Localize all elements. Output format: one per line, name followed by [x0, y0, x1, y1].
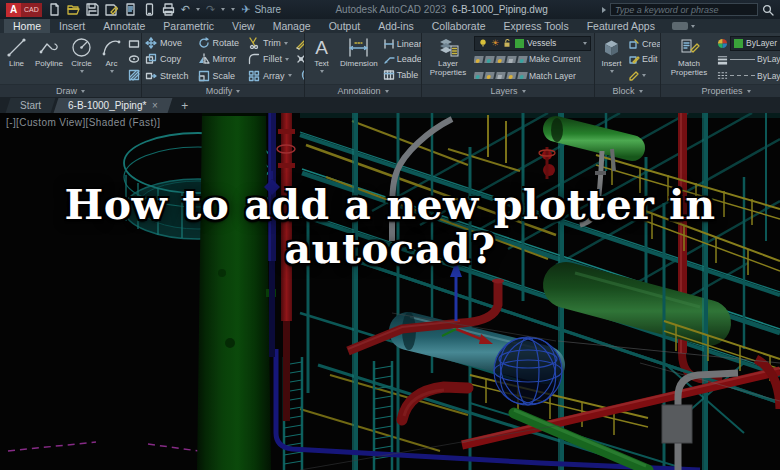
text-button[interactable]: A Text	[308, 35, 335, 84]
ellipse-button[interactable]	[128, 52, 141, 67]
move-button[interactable]: Move	[145, 36, 189, 51]
circle-button[interactable]: Circle	[68, 35, 95, 84]
ribbon-display-toggle[interactable]	[664, 19, 703, 33]
layer-properties-button[interactable]: Layer Properties	[425, 35, 471, 84]
panel-title-annotation[interactable]: Annotation	[305, 84, 421, 97]
layer-unisolate-icon[interactable]	[474, 72, 484, 79]
copy-button[interactable]: Copy	[145, 52, 189, 67]
tab-view[interactable]: View	[223, 19, 264, 33]
match-layer-button[interactable]: Match Layer	[529, 71, 576, 81]
tab-output[interactable]: Output	[320, 19, 370, 33]
undo-button[interactable]: ↶	[181, 4, 190, 15]
panel-title-properties[interactable]: Properties	[661, 84, 780, 97]
explode-button[interactable]	[295, 52, 304, 67]
new-file-button[interactable]	[48, 3, 61, 16]
create-block-button[interactable]: Create	[628, 36, 660, 51]
file-tab-drawing[interactable]: 6-B-1000_Piping* ×	[54, 98, 173, 113]
line-button[interactable]: Line	[3, 35, 30, 84]
panel-title-layers[interactable]: Layers	[422, 84, 594, 97]
layer-lock-icon[interactable]	[506, 56, 516, 63]
chevron-down-icon	[110, 70, 114, 73]
offset-button[interactable]	[295, 68, 304, 83]
tab-home[interactable]: Home	[4, 19, 50, 33]
dimension-button[interactable]: Dimension	[338, 35, 380, 84]
svg-text:A: A	[315, 37, 328, 58]
layer-off-icon[interactable]	[474, 56, 484, 63]
match-layer-icon[interactable]	[517, 72, 527, 79]
tab-add-ins[interactable]: Add-ins	[369, 19, 423, 33]
leader-button[interactable]: Leader	[383, 52, 421, 67]
save-as-button[interactable]	[105, 3, 118, 16]
make-current-button[interactable]: Make Current	[529, 54, 581, 64]
viewport-controls[interactable]: [-][Custom View][Shaded (Fast)]	[6, 117, 161, 128]
search-icon[interactable]	[762, 4, 774, 16]
save-button[interactable]	[86, 3, 99, 16]
insert-block-button[interactable]: Insert	[598, 35, 625, 84]
make-current-icon[interactable]	[517, 56, 527, 63]
undo-dropdown-caret[interactable]	[196, 8, 200, 11]
search-expand-icon[interactable]	[602, 7, 606, 13]
panel-title-draw[interactable]: Draw	[0, 84, 141, 97]
fillet-button[interactable]: Fillet	[248, 52, 292, 67]
tab-manage[interactable]: Manage	[264, 19, 320, 33]
hatch-button[interactable]	[128, 68, 141, 83]
object-color-select[interactable]: ByLayer	[730, 36, 780, 51]
tab-express-tools[interactable]: Express Tools	[494, 19, 577, 33]
linear-dimension-button[interactable]: Linear	[383, 36, 421, 51]
panel-modify: Move Copy Stretch	[142, 33, 305, 97]
layer-thaw-icon[interactable]	[484, 72, 494, 79]
drawing-canvas[interactable]	[0, 113, 780, 470]
overlay-title-line1: How to add a new plotter in	[0, 183, 780, 227]
layer-on-icon[interactable]	[506, 72, 516, 79]
tab-featured-apps[interactable]: Featured Apps	[578, 19, 664, 33]
ribbon-toggle-icon	[672, 22, 688, 30]
layer-isolate-icon[interactable]	[484, 56, 494, 63]
array-button[interactable]: Array	[248, 68, 292, 83]
share-button[interactable]: ✈ Share	[241, 3, 281, 16]
dim-overlay	[0, 113, 780, 470]
tab-collaborate[interactable]: Collaborate	[423, 19, 495, 33]
erase-button[interactable]	[295, 36, 304, 51]
color-swatch	[734, 39, 743, 48]
block-attributes-button[interactable]	[628, 68, 660, 83]
layer-unlock-icon[interactable]	[495, 72, 505, 79]
open-file-button[interactable]	[67, 3, 80, 16]
tab-parametric[interactable]: Parametric	[154, 19, 223, 33]
file-tab-start[interactable]: Start	[6, 98, 56, 113]
panel-title-block[interactable]: Block	[595, 84, 660, 97]
chevron-down-icon	[522, 90, 526, 93]
app-title: Autodesk AutoCAD 2023	[335, 4, 446, 15]
new-drawing-tab-button[interactable]: +	[173, 98, 196, 113]
scale-button[interactable]: Scale	[198, 68, 240, 83]
app-menu-button[interactable]: A CAD	[6, 3, 42, 17]
plot-preview-button[interactable]	[124, 3, 137, 16]
stretch-button[interactable]: Stretch	[145, 68, 189, 83]
redo-dropdown-caret[interactable]	[221, 8, 225, 11]
search-input[interactable]	[610, 3, 758, 16]
lineweight-select[interactable]: ByLayer	[717, 52, 780, 67]
tab-insert[interactable]: Insert	[50, 19, 94, 33]
table-button[interactable]: Table	[383, 68, 421, 83]
linetype-select[interactable]: ByLayer	[717, 68, 780, 83]
trim-button[interactable]: Trim	[248, 36, 292, 51]
rectangle-button[interactable]	[128, 36, 141, 51]
print-button[interactable]	[162, 3, 175, 16]
tab-annotate[interactable]: Annotate	[94, 19, 154, 33]
rotate-button[interactable]: Rotate	[198, 36, 240, 51]
close-icon[interactable]: ×	[153, 100, 159, 111]
layer-select[interactable]: ☀ Vessels	[474, 36, 591, 51]
mobile-app-button[interactable]	[143, 3, 156, 16]
redo-button[interactable]: ↷	[206, 4, 215, 15]
layer-tools-row-1: Make Current	[474, 52, 591, 67]
color-wheel-icon	[717, 38, 728, 49]
panel-title-modify[interactable]: Modify	[142, 84, 304, 97]
chevron-down-icon	[642, 74, 646, 77]
polyline-button[interactable]: Polyline	[33, 35, 65, 84]
chevron-down-icon	[288, 74, 292, 77]
qat-customize-caret[interactable]	[231, 8, 235, 11]
arc-button[interactable]: Arc	[98, 35, 125, 84]
layer-freeze-icon[interactable]	[495, 56, 505, 63]
mirror-button[interactable]: Mirror	[198, 52, 240, 67]
edit-block-button[interactable]: Edit	[628, 52, 660, 67]
match-properties-button[interactable]: Match Properties	[664, 35, 714, 84]
